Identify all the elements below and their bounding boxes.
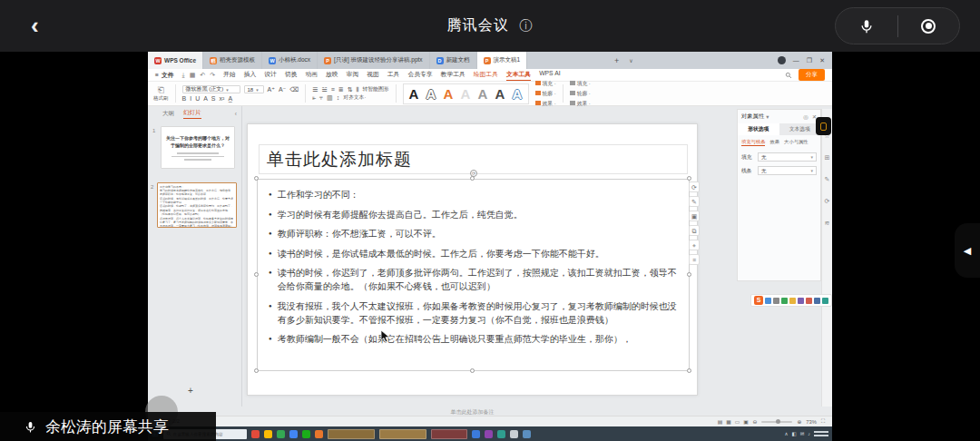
shape-style-button[interactable]: 效果 · <box>570 100 591 108</box>
align-text-button[interactable]: 对齐文本· <box>343 95 366 101</box>
menu-item[interactable]: 绘图工具 <box>474 70 498 81</box>
property-select[interactable]: 无▾ <box>758 166 817 175</box>
font-tool-button[interactable]: A⁺ <box>268 86 275 93</box>
tray-icon[interactable]: ∧ <box>784 431 788 436</box>
add-slide-button[interactable]: + <box>188 386 193 396</box>
taskbar-app-icon[interactable] <box>264 430 272 438</box>
menu-item[interactable]: 开始 <box>223 70 236 81</box>
view-mode-icon[interactable]: ▭ <box>735 419 740 425</box>
paragraph-button[interactable]: ≡ <box>331 86 335 93</box>
restore-button[interactable]: ❐ <box>807 57 812 64</box>
taskbar-app-icon[interactable] <box>431 429 467 439</box>
paragraph-button[interactable]: ☱ <box>321 86 327 93</box>
quick-access-icon[interactable]: ↶ <box>200 72 205 79</box>
font-size-select[interactable]: 18▾ <box>244 85 264 93</box>
tray-icon[interactable]: ✉ <box>800 431 805 436</box>
selection-handle-sw[interactable] <box>254 368 259 373</box>
sogou-tool-icon[interactable] <box>798 298 804 304</box>
wordart-preset[interactable]: A <box>510 86 525 102</box>
taskbar-clock[interactable] <box>814 431 828 436</box>
sidebar-strip-icon[interactable]: ⟳ <box>825 198 830 205</box>
properties-tab[interactable]: 文本选项 <box>779 123 821 135</box>
new-tab-button[interactable]: + <box>609 56 624 65</box>
menu-item[interactable]: 插入 <box>244 70 257 81</box>
record-button[interactable] <box>910 8 946 44</box>
info-icon[interactable]: ⓘ <box>519 18 533 33</box>
font-tool-button[interactable]: A⁻ <box>279 86 286 93</box>
menu-item[interactable]: 文本工具 <box>506 70 531 81</box>
format-painter-button[interactable]: ⎗ 格式刷 <box>153 85 169 102</box>
menu-item[interactable]: 会员专享 <box>407 70 432 81</box>
wordart-preset[interactable]: A <box>407 86 422 102</box>
char-format-button[interactable]: A <box>203 95 208 102</box>
sogou-tool-icon[interactable] <box>781 298 788 304</box>
sidebar-strip-icon[interactable]: ⊞ <box>825 154 830 162</box>
line-spacing-icon[interactable]: ↕ <box>337 94 340 101</box>
selection-handle-w[interactable] <box>254 272 259 277</box>
font-tool-button[interactable]: ⌫ <box>289 86 299 93</box>
char-format-button[interactable]: U <box>195 95 200 102</box>
paragraph-button[interactable]: ☰ <box>312 86 318 93</box>
slide-canvas[interactable]: 单击此处添加标题 ● 工作和学习的不同： ● 学习的时候有老师提醒你去提高自己。… <box>247 123 698 396</box>
char-format-button[interactable]: x² <box>220 95 225 102</box>
floating-dark-widget[interactable] <box>816 117 831 135</box>
taskbar-app-icon[interactable] <box>497 430 505 438</box>
slides-tab[interactable]: 幻灯片 <box>183 109 201 119</box>
text-style-button[interactable]: 轮廓 · <box>535 90 556 98</box>
char-format-button[interactable]: I <box>190 95 191 102</box>
smart-graphic-button[interactable]: 转智能图形 <box>363 87 389 93</box>
text-style-button[interactable]: 效果 · <box>535 100 556 108</box>
menu-item[interactable]: 切换 <box>285 70 298 81</box>
taskbar-app-icon[interactable] <box>315 430 323 438</box>
wps-document-tab[interactable]: W 小棉袄.docx <box>262 52 318 69</box>
content-textbox-selected[interactable]: ● 工作和学习的不同： ● 学习的时候有老师提醒你去提高自己。工作之后，纯凭自觉… <box>257 179 690 371</box>
tray-icon[interactable]: ♪ <box>808 431 810 436</box>
taskbar-app-icon[interactable] <box>277 430 285 438</box>
taskbar-app-icon[interactable] <box>328 429 375 439</box>
wps-document-tab[interactable]: P [只读] 班级建设经验分享讲稿.pptx <box>318 52 430 69</box>
sidebar-strip-icon[interactable]: ✎ <box>825 176 830 183</box>
menu-item[interactable]: 教学工具 <box>441 70 466 81</box>
minimize-button[interactable]: — <box>793 57 799 64</box>
slide-thumbnail-2-selected[interactable]: 工作和学习的不同：学习的时候有老师提醒你去提高自己。工作之后，纯凭自觉。教师评职… <box>157 182 237 228</box>
file-menu-button[interactable]: ≡ 文件 <box>155 71 174 80</box>
collapse-panel-icon[interactable]: ‹ <box>235 111 237 117</box>
wordart-preset[interactable]: A <box>475 86 491 102</box>
quick-access-icon[interactable]: ↷ <box>210 72 215 79</box>
menu-item[interactable]: 设计 <box>264 70 277 81</box>
sogou-tool-icon[interactable] <box>773 298 779 304</box>
account-avatar[interactable] <box>778 56 786 64</box>
view-mode-icon[interactable]: ▤ <box>718 419 722 425</box>
wordart-preset[interactable]: A <box>441 86 456 102</box>
sogou-logo-icon[interactable]: S <box>754 296 763 305</box>
zoom-out-icon[interactable]: ⊖ <box>753 419 758 425</box>
drawer-handle[interactable]: ◀ <box>955 223 980 278</box>
text-style-button[interactable]: 填充 · <box>535 80 556 88</box>
paragraph-button[interactable]: ⇅ <box>348 86 353 93</box>
floating-tool-button[interactable]: ⟳ <box>689 181 700 192</box>
properties-subtab[interactable]: 填充与线条 <box>741 139 765 146</box>
char-format-button[interactable]: A̲ <box>228 95 232 102</box>
wps-document-tab[interactable]: D 新建文档 <box>430 52 477 69</box>
font-name-select[interactable]: 微软雅黑 (正文)▾ <box>182 85 240 93</box>
outdent-icon[interactable]: ⫧ <box>319 94 323 101</box>
floating-tool-button[interactable]: ⧉ <box>689 225 700 236</box>
sidebar-strip-icon[interactable]: ≋ <box>825 220 830 227</box>
sogou-tool-icon[interactable] <box>822 298 828 304</box>
columns-icon[interactable]: ▥ <box>327 94 333 101</box>
properties-tab[interactable]: 形状选项 <box>738 123 779 135</box>
quick-access-icon[interactable]: ▦ <box>190 72 196 79</box>
wps-document-tab[interactable]: W WPS Office <box>148 52 203 69</box>
selection-handle-se[interactable] <box>687 368 691 373</box>
zoom-slider[interactable] <box>761 421 792 423</box>
floating-tool-button[interactable]: ⌖ <box>689 240 700 250</box>
floating-tool-button[interactable]: ≡ <box>689 254 700 265</box>
quick-access-icon[interactable]: ⤓ <box>182 72 185 79</box>
selection-handle-ne[interactable] <box>687 176 691 181</box>
paragraph-button[interactable]: ⫴ <box>357 86 359 93</box>
properties-subtab[interactable]: 效果 <box>769 139 779 146</box>
sogou-tool-icon[interactable] <box>814 298 820 304</box>
wordart-preset[interactable]: A <box>458 86 474 102</box>
taskbar-app-icon[interactable] <box>472 430 480 438</box>
property-select[interactable]: 无▾ <box>758 152 817 162</box>
